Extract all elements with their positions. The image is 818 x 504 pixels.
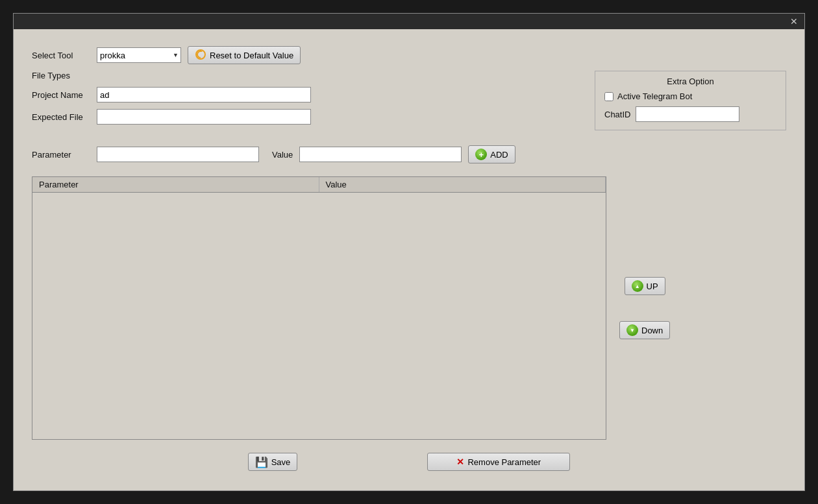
remove-label: Remove Parameter (467, 457, 541, 467)
value-label: Value (272, 150, 293, 160)
add-icon (475, 149, 487, 160)
file-types-row: File Types (32, 71, 595, 80)
file-types-label: File Types (32, 71, 90, 80)
table-header: Parameter Value (32, 177, 606, 193)
save-button[interactable]: 💾 Save (248, 453, 298, 471)
add-button[interactable]: ADD (468, 145, 515, 163)
reset-label: Reset to Default Value (210, 51, 293, 60)
expected-file-row: Expected File (32, 109, 595, 125)
expected-file-label: Expected File (32, 112, 90, 122)
value-header: Value (319, 177, 606, 192)
table-action-buttons: UP Down (613, 176, 676, 440)
main-window: ✕ Select Tool prokka Reset to Default Va (13, 13, 805, 491)
project-name-input[interactable] (97, 87, 311, 102)
chatid-input[interactable] (636, 106, 739, 122)
param-value-row: Parameter Value ADD (32, 145, 595, 163)
param-header: Parameter (32, 177, 319, 192)
up-button[interactable]: UP (625, 277, 665, 295)
parameter-table: Parameter Value (32, 176, 606, 440)
project-name-label: Project Name (32, 90, 90, 100)
main-section: File Types Project Name Expected File Pa… (32, 71, 786, 163)
close-button[interactable]: ✕ (787, 16, 800, 27)
toolbar-row: Select Tool prokka Reset to Default Valu… (32, 46, 786, 64)
parameter-input[interactable] (97, 147, 259, 162)
up-label: UP (647, 282, 658, 291)
down-label: Down (641, 326, 663, 335)
table-area: Parameter Value UP Down (32, 176, 786, 440)
tool-select[interactable]: prokka (97, 47, 181, 63)
floppy-icon: 💾 (255, 456, 268, 468)
extra-option-box: Extra Option Active Telegram Bot ChatID (595, 71, 786, 130)
parameter-label: Parameter (32, 150, 90, 160)
project-name-row: Project Name (32, 87, 595, 102)
table-body[interactable] (32, 193, 606, 439)
remove-icon: ✕ (456, 457, 464, 467)
title-bar: ✕ (14, 14, 804, 29)
down-button[interactable]: Down (619, 321, 670, 339)
add-label: ADD (490, 150, 508, 160)
reset-icon (195, 49, 206, 62)
remove-button[interactable]: ✕ Remove Parameter (427, 453, 570, 471)
save-label: Save (271, 457, 291, 467)
active-telegram-label: Active Telegram Bot (617, 91, 692, 101)
active-telegram-checkbox[interactable] (604, 92, 614, 101)
left-fields: File Types Project Name Expected File Pa… (32, 71, 595, 163)
up-icon (632, 280, 643, 292)
active-telegram-row: Active Telegram Bot (604, 91, 776, 101)
expected-file-input[interactable] (97, 109, 311, 125)
content-area: Select Tool prokka Reset to Default Valu… (19, 37, 799, 485)
reset-button[interactable]: Reset to Default Value (188, 46, 301, 64)
chatid-row: ChatID (604, 106, 776, 122)
select-tool-label: Select Tool (32, 51, 90, 60)
select-tool-wrapper: prokka (97, 47, 181, 63)
bottom-buttons: 💾 Save ✕ Remove Parameter (32, 453, 786, 476)
value-input[interactable] (299, 147, 462, 162)
chatid-label: ChatID (604, 110, 630, 119)
extra-option-title: Extra Option (604, 77, 776, 86)
down-icon (626, 324, 638, 336)
